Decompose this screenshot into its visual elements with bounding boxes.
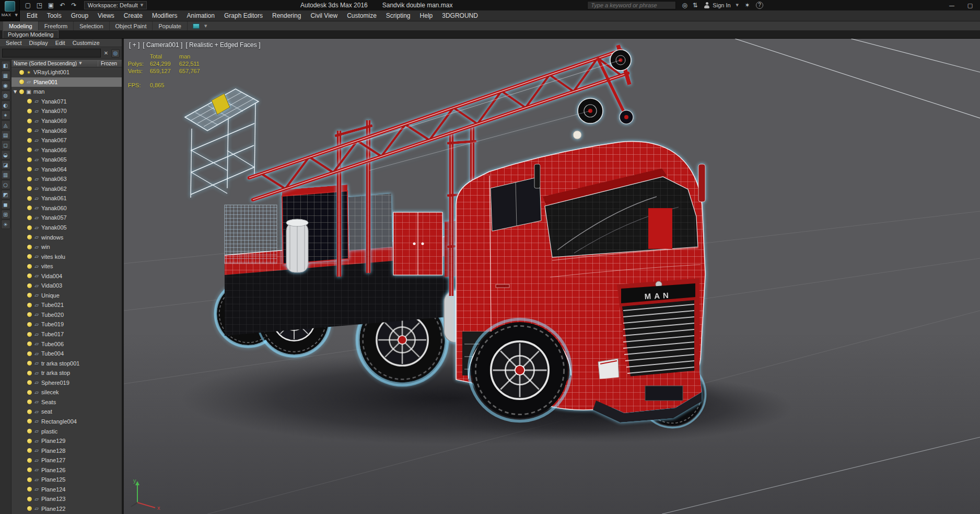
- scene-object-row[interactable]: ▱ Yanak064: [11, 164, 122, 174]
- explorer-toolbar-icon[interactable]: ▥: [1, 170, 10, 179]
- visibility-bulb-icon[interactable]: [27, 215, 32, 220]
- perspective-viewport[interactable]: MAN: [124, 39, 980, 514]
- scene-object-row[interactable]: ▱ Yanak057: [11, 213, 122, 223]
- quick-access-icon[interactable]: ↶: [59, 1, 66, 10]
- visibility-bulb-icon[interactable]: [27, 196, 32, 201]
- menu-item[interactable]: Civil View: [306, 10, 342, 21]
- viewport-shading-menu[interactable]: [ Realistic + Edged Faces ]: [185, 41, 260, 49]
- visibility-bulb-icon[interactable]: [19, 70, 24, 75]
- work-platform[interactable]: [185, 89, 259, 198]
- visibility-bulb-icon[interactable]: [27, 429, 32, 433]
- scene-object-row[interactable]: ▱ Yanak067: [11, 135, 122, 145]
- menu-item[interactable]: 3DGROUND: [437, 10, 483, 21]
- scene-object-row[interactable]: ▱ silecek: [11, 387, 122, 397]
- visibility-bulb-icon[interactable]: [27, 186, 32, 191]
- scene-object-row[interactable]: ▱ Tube017: [11, 329, 122, 339]
- scene-object-row[interactable]: ▱ Plane129: [11, 436, 122, 446]
- scene-object-row[interactable]: ▱ Vida003: [11, 281, 122, 291]
- visibility-bulb-icon[interactable]: [27, 506, 32, 511]
- scene-object-row[interactable]: ▱ Plane124: [11, 485, 122, 495]
- scene-object-row[interactable]: ▱ Tube004: [11, 349, 122, 359]
- visibility-bulb-icon[interactable]: [27, 235, 32, 239]
- explorer-toolbar-icon[interactable]: ◍: [1, 90, 10, 100]
- scene-object-row[interactable]: ▱ Plane128: [11, 446, 122, 455]
- visibility-bulb-icon[interactable]: [27, 477, 32, 482]
- clear-search-icon[interactable]: ✕: [103, 50, 109, 56]
- visibility-bulb-icon[interactable]: [27, 467, 32, 472]
- viewport-pov-menu[interactable]: [ Camera001 ]: [143, 41, 182, 49]
- viewport-general-menu[interactable]: [ + ]: [129, 41, 139, 49]
- explorer-menu-item[interactable]: Edit: [52, 40, 69, 46]
- scene-object-row[interactable]: ▱ Tube020: [11, 310, 122, 320]
- ribbon-tab[interactable]: Populate: [153, 21, 187, 30]
- explorer-toolbar-icon[interactable]: ◒: [1, 150, 10, 159]
- ribbon-tab[interactable]: Freeform: [39, 21, 74, 30]
- menu-item[interactable]: Create: [119, 10, 147, 21]
- search-option-icon[interactable]: ⇅: [691, 1, 699, 10]
- visibility-bulb-icon[interactable]: [27, 322, 32, 327]
- scene-object-row[interactable]: ▱ seat: [11, 407, 122, 417]
- explorer-column-header[interactable]: Name (Sorted Descending) ▼ Frozen: [11, 60, 122, 67]
- menu-item[interactable]: Edit: [22, 10, 42, 21]
- visibility-bulb-icon[interactable]: [27, 371, 32, 375]
- visibility-bulb-icon[interactable]: [27, 390, 32, 395]
- scene-object-row[interactable]: ✶ VRayLight001: [11, 67, 122, 77]
- scene-object-row[interactable]: ▱ Yanak071: [11, 97, 122, 107]
- scene-object-row[interactable]: ▱ Yanak065: [11, 155, 122, 165]
- visibility-bulb-icon[interactable]: [27, 205, 32, 210]
- visibility-bulb-icon[interactable]: [27, 487, 32, 492]
- scene-object-row[interactable]: ▱ Yanak069: [11, 116, 122, 126]
- ribbon-tab[interactable]: Modeling: [3, 21, 39, 30]
- menu-item[interactable]: Customize: [342, 10, 381, 21]
- scene-object-row[interactable]: ▱ windows: [11, 232, 122, 242]
- scene-object-row[interactable]: ▱ Rectangle004: [11, 417, 122, 427]
- explorer-toolbar-icon[interactable]: ▤: [1, 130, 10, 140]
- explorer-toolbar-icon[interactable]: ◻: [1, 140, 10, 150]
- ribbon-tab[interactable]: Object Paint: [110, 21, 153, 30]
- search-filter-icon[interactable]: ◎: [111, 49, 120, 58]
- scene-object-row[interactable]: ▱ win: [11, 242, 122, 252]
- visibility-bulb-icon[interactable]: [27, 380, 32, 385]
- scene-object-row[interactable]: ▱ Plane123: [11, 494, 122, 504]
- scene-object-row[interactable]: ▱ Yanak068: [11, 125, 122, 135]
- explorer-toolbar-icon[interactable]: ◪: [1, 160, 10, 169]
- visibility-bulb-icon[interactable]: [27, 439, 32, 443]
- scene-object-row[interactable]: ▱ Yanak070: [11, 106, 122, 116]
- help-icon[interactable]: ?: [756, 2, 763, 9]
- visibility-bulb-icon[interactable]: [27, 303, 32, 307]
- explorer-toolbar-icon[interactable]: ▦: [1, 71, 10, 80]
- visibility-bulb-icon[interactable]: [27, 448, 32, 453]
- scene-object-row[interactable]: ▱ Yanak061: [11, 193, 122, 203]
- visibility-bulb-icon[interactable]: [19, 79, 24, 84]
- explorer-toolbar-icon[interactable]: ◉: [1, 81, 10, 90]
- front-left-wheel[interactable]: [469, 319, 570, 421]
- polygon-modeling-panel-tab[interactable]: Polygon Modeling: [3, 30, 59, 38]
- ribbon-tab[interactable]: Selection: [74, 21, 109, 30]
- explorer-toolbar-icon[interactable]: ◩: [1, 190, 10, 199]
- scene-object-row[interactable]: ▱ tr arka stop001: [11, 358, 122, 368]
- expand-arrow-icon[interactable]: ▼: [13, 89, 18, 94]
- menu-item[interactable]: Tools: [42, 10, 66, 21]
- explorer-search-input[interactable]: [2, 49, 101, 58]
- application-menu-button[interactable]: MAX ▼: [0, 0, 20, 21]
- explorer-menu-item[interactable]: Customize: [69, 40, 103, 46]
- explorer-toolbar-icon[interactable]: ◼: [1, 200, 10, 209]
- visibility-bulb-icon[interactable]: [27, 283, 32, 288]
- visibility-bulb-icon[interactable]: [27, 273, 32, 278]
- visibility-bulb-icon[interactable]: [27, 332, 32, 337]
- scene-object-row[interactable]: ▱ Yanak063: [11, 174, 122, 184]
- visibility-bulb-icon[interactable]: [19, 89, 24, 94]
- visibility-bulb-icon[interactable]: [27, 147, 32, 152]
- visibility-bulb-icon[interactable]: [27, 361, 32, 365]
- workspace-dropdown[interactable]: Workspace: Default ▼: [84, 1, 147, 9]
- scene-object-row[interactable]: ▱ Yanak066: [11, 145, 122, 155]
- visibility-bulb-icon[interactable]: [27, 157, 32, 162]
- menu-item[interactable]: Group: [66, 10, 93, 21]
- visibility-bulb-icon[interactable]: [27, 128, 32, 133]
- menu-item[interactable]: Help: [415, 10, 438, 21]
- minimize-button[interactable]: —: [945, 2, 959, 9]
- scene-object-row[interactable]: ▱ Vida004: [11, 271, 122, 281]
- quick-access-icon[interactable]: ▣: [47, 1, 55, 10]
- menu-item[interactable]: Graph Editors: [219, 10, 267, 21]
- visibility-bulb-icon[interactable]: [27, 497, 32, 501]
